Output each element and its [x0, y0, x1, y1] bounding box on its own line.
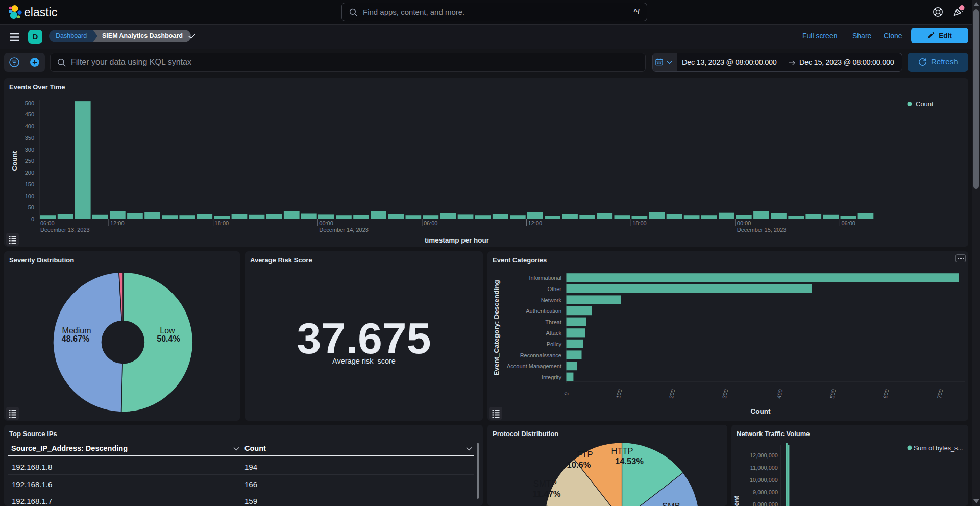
svg-text:Network: Network	[541, 297, 562, 303]
svg-text:December 15, 2023: December 15, 2023	[737, 227, 787, 233]
svg-text:HTTP: HTTP	[611, 446, 633, 455]
svg-text:0: 0	[563, 392, 570, 396]
svg-text:timestamp per hour: timestamp per hour	[425, 236, 489, 244]
svg-text:SMTP: SMTP	[533, 479, 557, 488]
svg-text:600: 600	[882, 389, 890, 399]
svg-text:100: 100	[615, 389, 623, 399]
svg-text:10.6%: 10.6%	[567, 460, 591, 469]
svg-text:Reconnaissance: Reconnaissance	[520, 352, 561, 358]
svg-text:Sum of bytes_sent: Sum of bytes_sent	[732, 495, 740, 506]
svg-text:Event_Category: Descending: Event_Category: Descending	[493, 280, 500, 376]
svg-text:December 14, 2023: December 14, 2023	[319, 227, 369, 233]
svg-text:300: 300	[721, 389, 729, 399]
svg-text:350: 350	[25, 135, 34, 141]
svg-text:Count: Count	[11, 151, 18, 171]
svg-text:11,000,000: 11,000,000	[750, 465, 778, 471]
svg-text:Other: Other	[547, 286, 561, 292]
svg-text:250: 250	[25, 158, 34, 164]
svg-text:12:00: 12:00	[528, 220, 543, 226]
svg-text:10,000,000: 10,000,000	[750, 477, 778, 483]
svg-text:December 13, 2023: December 13, 2023	[40, 227, 90, 233]
svg-text:00:00: 00:00	[319, 220, 333, 226]
svg-text:06:00: 06:00	[424, 220, 438, 226]
svg-text:18:00: 18:00	[632, 220, 647, 226]
svg-text:06:00: 06:00	[40, 220, 55, 226]
svg-text:Count: Count	[751, 407, 771, 415]
svg-text:500: 500	[829, 389, 837, 399]
svg-text:SMB: SMB	[662, 501, 680, 506]
svg-text:100: 100	[25, 193, 34, 199]
svg-text:9,000,000: 9,000,000	[753, 489, 778, 495]
svg-text:18:00: 18:00	[215, 220, 229, 226]
svg-text:50: 50	[28, 204, 34, 210]
svg-text:FTP: FTP	[577, 450, 593, 459]
svg-text:8,000,000: 8,000,000	[753, 501, 778, 506]
svg-text:Sum of bytes_s...: Sum of bytes_s...	[914, 445, 963, 452]
svg-text:300: 300	[25, 147, 34, 153]
svg-text:500: 500	[25, 100, 34, 106]
svg-text:0: 0	[31, 216, 34, 222]
svg-text:700: 700	[936, 389, 944, 399]
svg-text:Low: Low	[160, 326, 175, 335]
svg-text:200: 200	[668, 389, 676, 399]
svg-text:06:00: 06:00	[841, 220, 855, 226]
svg-text:Policy: Policy	[547, 341, 562, 347]
svg-text:14.53%: 14.53%	[615, 456, 644, 466]
svg-text:400: 400	[25, 123, 34, 129]
svg-text:12:00: 12:00	[110, 220, 125, 226]
svg-text:Informational: Informational	[529, 275, 561, 281]
svg-text:200: 200	[25, 170, 34, 176]
svg-text:Account Management: Account Management	[507, 363, 561, 369]
svg-text:Integrity: Integrity	[542, 374, 562, 380]
svg-text:Attack: Attack	[546, 330, 561, 336]
svg-text:Count: Count	[916, 100, 934, 108]
svg-text:11.47%: 11.47%	[532, 489, 560, 498]
svg-text:00:00: 00:00	[737, 220, 751, 226]
svg-text:12,000,000: 12,000,000	[750, 452, 778, 459]
svg-text:48.67%: 48.67%	[62, 334, 89, 343]
svg-text:Authentication: Authentication	[526, 308, 561, 314]
svg-text:50.4%: 50.4%	[157, 334, 180, 343]
svg-text:400: 400	[776, 389, 784, 399]
svg-text:450: 450	[25, 111, 34, 117]
svg-text:150: 150	[25, 181, 34, 187]
svg-text:Medium: Medium	[62, 326, 91, 335]
svg-text:Threat: Threat	[545, 319, 561, 325]
